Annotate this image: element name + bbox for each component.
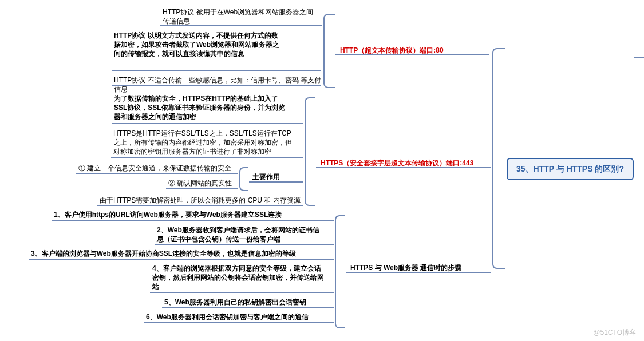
step-6: 6、Web服务器利用会话密钥加密与客户端之间的通信 bbox=[144, 311, 311, 323]
under-https-intro bbox=[112, 123, 303, 124]
step-4: 4、客户端的浏览器根据双方同意的安全等级，建立会话密钥，然后利用网站的公钥将会话… bbox=[150, 263, 327, 293]
root-stub bbox=[634, 57, 644, 58]
under-mr2 bbox=[166, 188, 238, 189]
under-s6 bbox=[144, 322, 334, 323]
under-https bbox=[316, 167, 491, 168]
watermark: @51CTO博客 bbox=[593, 328, 636, 338]
brace-http bbox=[323, 14, 335, 88]
under-http bbox=[335, 54, 489, 55]
under-s4 bbox=[150, 292, 334, 293]
step-1: 1、客户使用https的URL访问Web服务器，要求与Web服务器建立SSL连接 bbox=[52, 209, 338, 220]
under-steps bbox=[346, 272, 491, 273]
under-main-role bbox=[249, 181, 303, 183]
under-http-2 bbox=[112, 70, 321, 71]
under-s5 bbox=[162, 307, 334, 308]
brace-steps bbox=[335, 215, 345, 328]
step-3: 3、客户端的浏览器与Web服务器开始协商SSL连接的安全等级，也就是信息加密的等… bbox=[29, 248, 338, 259]
main-role-item-2: ② 确认网站的真实性 bbox=[166, 177, 234, 189]
http-item-1: HTTP协议 被用于在Web浏览器和网站服务器之间传递信息 bbox=[160, 6, 321, 27]
https-intro: 为了数据传输的安全，HTTPS在HTTP的基础上加入了SSL协议，SSL依靠证书… bbox=[112, 93, 289, 123]
root-brace bbox=[492, 48, 505, 269]
under-s2 bbox=[155, 244, 334, 245]
http-item-2: HTTP协议 以明文方式发送内容，不提供任何方式的数据加密，如果攻击者截取了We… bbox=[112, 30, 283, 60]
brace-https bbox=[305, 97, 315, 206]
under-https-note bbox=[97, 205, 303, 206]
under-http-3 bbox=[112, 85, 321, 86]
root-node[interactable]: 35、HTTP 与 HTTPS 的区别? bbox=[507, 158, 634, 180]
under-mr1 bbox=[76, 173, 238, 174]
step-2: 2、Web服务器收到客户端请求后，会将网站的证书信息（证书中包含公钥）传送一份给… bbox=[155, 224, 326, 245]
under-http-1 bbox=[160, 25, 322, 26]
https-detail: HTTPS是HTTP运行在SSL/TLS之上，SSL/TLS运行在TCP之上，所… bbox=[111, 128, 294, 158]
brace-main-role bbox=[239, 167, 248, 191]
under-s1 bbox=[52, 220, 334, 221]
under-s3 bbox=[29, 259, 334, 260]
under-https-detail bbox=[111, 157, 303, 158]
